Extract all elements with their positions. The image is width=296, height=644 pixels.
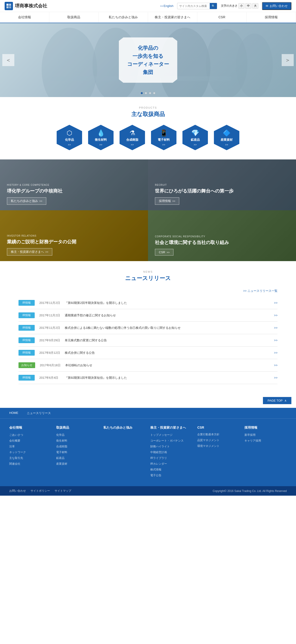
news-date-2: 2017年11月2日: [39, 326, 60, 330]
feature-tag-3: CORPORATE SOCIAL RESPONSIBILITY: [155, 235, 289, 238]
nav-item-1[interactable]: 取扱商品: [49, 12, 99, 23]
news-row-5[interactable]: お知らせ 2017年6月18日 本社移転のお知らせ >>: [19, 359, 277, 372]
footer-col-item-3-2[interactable]: 財務ハイライト: [150, 444, 193, 448]
nav-item-2[interactable]: 私たちの歩みと強み: [99, 12, 148, 23]
feature-card-2[interactable]: INVESTOR RELATIONS 業績のご説明と財務データの公開 株主・投資…: [0, 210, 148, 261]
page-top-label: PAGE TOP: [267, 399, 282, 402]
hero-dot-4[interactable]: [153, 92, 155, 94]
feature-btn-3[interactable]: CSR >>: [155, 249, 173, 256]
feature-tag-2: INVESTOR RELATIONS: [7, 234, 141, 237]
breadcrumb-item-0[interactable]: HOME: [9, 411, 18, 415]
hero-next-button[interactable]: ＞: [282, 54, 294, 66]
footer-col-title-3: 株主・投資家の皆さまへ: [150, 426, 193, 430]
news-arrow-0[interactable]: >>: [274, 301, 277, 304]
footer-col-item-4-0[interactable]: 企業行動基本方針: [197, 432, 239, 436]
contact-button[interactable]: お問い合わせ: [262, 2, 291, 10]
news-date-6: 2017年6月4日: [39, 376, 60, 380]
news-date-3: 2017年9月29日: [39, 338, 60, 342]
feature-card-3[interactable]: CORPORATE SOCIAL RESPONSIBILITY 社会と環境に関す…: [148, 210, 296, 261]
news-arrow-3[interactable]: >>: [274, 338, 277, 342]
hex-icon-1: 💧: [97, 129, 105, 137]
footer-col-item-1-5[interactable]: 産業資材: [56, 462, 99, 466]
nav-item-4[interactable]: CSR: [197, 12, 246, 23]
footer-col-item-4-2[interactable]: 環境マネジメント: [197, 444, 239, 448]
svg-rect-2: [7, 6, 9, 8]
news-arrow-6[interactable]: >>: [274, 376, 277, 380]
nav-item-5[interactable]: 採用情報: [247, 12, 296, 23]
font-medium-button[interactable]: 中: [245, 3, 251, 8]
page-top-button[interactable]: PAGE TOP ∧: [263, 397, 291, 404]
footer-col-item-0-1[interactable]: 会社概要: [9, 439, 52, 443]
hero-prev-button[interactable]: ＜: [2, 54, 14, 66]
news-arrow-1[interactable]: >>: [274, 314, 277, 317]
product-item-0[interactable]: ⬡ 化学品 >>: [56, 125, 83, 150]
footer-col-item-3-0[interactable]: トップメッセージ: [150, 433, 193, 437]
english-link[interactable]: English: [160, 4, 174, 8]
footer-col-item-4-1[interactable]: 品質マネジメント: [197, 438, 239, 442]
product-item-1[interactable]: 💧 衛生材料 >>: [87, 125, 115, 150]
footer-link-1[interactable]: サイトポリシー: [31, 489, 50, 493]
footer-col-item-3-6[interactable]: 株式情報: [150, 468, 193, 472]
footer-copyright: Copyright© 2016 Sakai Trading Co. Ltd. A…: [213, 490, 287, 493]
hex-icon-5: 🔷: [223, 129, 231, 137]
footer-col-item-0-5[interactable]: 関連会社: [9, 462, 52, 466]
feature-btn-2[interactable]: 株主・投資家の皆さまへ >>: [7, 248, 52, 256]
news-arrow-4[interactable]: >>: [274, 351, 277, 354]
footer-col-item-3-7[interactable]: 電子公告: [150, 474, 193, 478]
footer-col-item-0-0[interactable]: ごあいさつ: [9, 433, 52, 437]
nav-item-3[interactable]: 株主・投資家の皆さまへ: [148, 12, 197, 23]
footer-col-item-0-3[interactable]: ネットワーク: [9, 450, 52, 454]
logo[interactable]: 堺商事株式会社: [5, 2, 47, 10]
news-row-4[interactable]: IR情報 2017年8月12日 株式合併に関する公告 >>: [19, 346, 277, 359]
news-arrow-2[interactable]: >>: [274, 326, 277, 330]
footer-col-item-0-2[interactable]: 沿革: [9, 444, 52, 448]
footer-bottom: お問い合わせサイトポリシーサイトマップ Copyright© 2016 Saka…: [0, 486, 296, 496]
footer-col-item-1-3[interactable]: 電子材料: [56, 450, 99, 454]
footer-col-item-1-1[interactable]: 衛生材料: [56, 439, 99, 443]
product-item-4[interactable]: 💎 鉱産品 >>: [181, 125, 209, 150]
footer-link-2[interactable]: サイトマップ: [55, 489, 71, 493]
footer-col-item-3-4[interactable]: IRライブラリ: [150, 456, 193, 460]
news-row-3[interactable]: IR情報 2017年9月29日 単元株式数の変更に関する公告 >>: [19, 334, 277, 346]
footer-col-item-5-0[interactable]: 新卒採用: [244, 433, 287, 437]
feature-btn-label-3: CSR: [159, 250, 165, 254]
product-item-3[interactable]: 📱 電子材料 >>: [150, 125, 178, 150]
hex-label-2: 合成樹脂: [126, 138, 138, 142]
feature-card-0[interactable]: HISTORY & CORE COMPETENCE 堺化学グループの中核商社 私…: [0, 160, 148, 210]
nav-item-0[interactable]: 会社情報: [0, 12, 49, 23]
feature-btn-1[interactable]: 採用情報 >>: [155, 197, 179, 205]
feature-card-1[interactable]: RECRUIT 世界にひろがる活躍の舞台への第一歩 採用情報 >>: [148, 160, 296, 210]
news-list-link[interactable]: ニュースリリース一覧: [19, 289, 277, 293]
news-row-6[interactable]: IR情報 2017年6月4日 『第92期第1回半期決算短信』を開示しました >>: [19, 372, 277, 384]
font-small-button[interactable]: 小: [238, 3, 244, 8]
news-row-1[interactable]: IR情報 2017年11月2日 通期業績予想の修正に関するお知らせ >>: [19, 309, 277, 322]
footer-col-item-3-3[interactable]: 中期経営計画: [150, 450, 193, 454]
news-row-0[interactable]: IR情報 2017年11月2日 『第92期第2回半期決算短信』を開示しました >…: [19, 297, 277, 309]
feature-content-3: CORPORATE SOCIAL RESPONSIBILITY 社会と環境に関す…: [155, 235, 289, 256]
footer-col-item-1-0[interactable]: 化学品: [56, 433, 99, 437]
footer-col-item-3-5[interactable]: IRカレンダー: [150, 462, 193, 466]
news-badge-2: IR情報: [19, 325, 35, 331]
footer-col-item-1-4[interactable]: 鉱産品: [56, 456, 99, 460]
footer-col-item-1-2[interactable]: 合成樹脂: [56, 444, 99, 448]
news-row-2[interactable]: IR情報 2017年11月2日 株式合併による1株に満たない端数の処理に伴う自己…: [19, 322, 277, 334]
feature-btn-0[interactable]: 私たちの歩みと強み >>: [7, 197, 46, 205]
hero-dot-1[interactable]: [141, 92, 143, 94]
footer-col-item-0-4[interactable]: 主な取引先: [9, 456, 52, 460]
footer-col-item-3-1[interactable]: コーポレート・ガバナンス: [150, 439, 193, 443]
hero-dot-2[interactable]: [145, 92, 147, 94]
font-large-button[interactable]: 大: [252, 3, 258, 8]
search-input[interactable]: [177, 4, 210, 8]
footer: HOME ニュースリリース 会社情報ごあいさつ会社概要沿革ネットワーク主な取引先…: [0, 408, 296, 496]
footer-col-item-5-1[interactable]: キャリア採用: [244, 439, 287, 443]
breadcrumb-item-1[interactable]: ニュースリリース: [27, 411, 51, 415]
search-button[interactable]: 🔍: [210, 3, 217, 9]
footer-col-1: 取扱商品化学品衛生材料合成樹脂電子材料鉱産品産業資材: [56, 426, 99, 479]
hero-dot-3[interactable]: [149, 92, 151, 94]
product-item-2[interactable]: ⚗ 合成樹脂 >>: [118, 125, 146, 150]
footer-link-0[interactable]: お問い合わせ: [9, 489, 26, 493]
features-section: HISTORY & CORE COMPETENCE 堺化学グループの中核商社 私…: [0, 160, 296, 261]
news-arrow-5[interactable]: >>: [274, 364, 277, 367]
hero-text-box: 化学品の 一歩先を知る コーディネーター 集団: [119, 38, 177, 83]
product-item-5[interactable]: 🔷 産業資材 >>: [213, 125, 240, 150]
